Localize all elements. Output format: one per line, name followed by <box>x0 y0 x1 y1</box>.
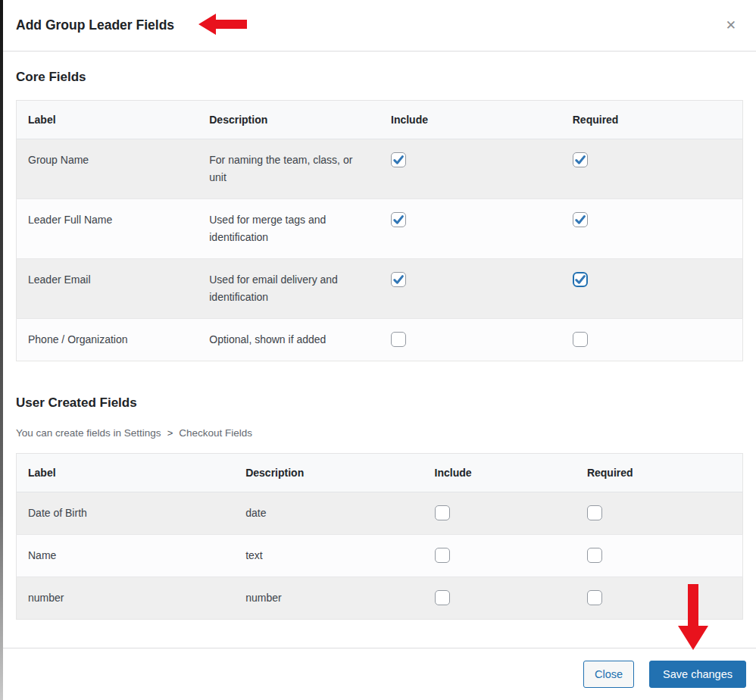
field-description: number <box>234 577 423 620</box>
table-header-row: Label Description Include Required <box>17 101 743 139</box>
modal-body: Core Fields Label Description Include Re… <box>3 52 756 648</box>
required-checkbox[interactable] <box>587 505 602 520</box>
include-checkbox[interactable] <box>435 548 450 563</box>
table-row: Date of Birth date <box>17 492 743 535</box>
field-description: date <box>234 492 423 535</box>
modal-footer: Close Save changes <box>3 648 756 700</box>
required-checkbox[interactable] <box>573 332 588 347</box>
include-checkbox[interactable] <box>391 272 406 287</box>
field-label: Leader Email <box>17 259 198 319</box>
user-created-fields-heading: User Created Fields <box>16 395 743 411</box>
core-fields-heading: Core Fields <box>16 70 743 85</box>
column-header-include: Include <box>380 101 561 139</box>
save-changes-button[interactable]: Save changes <box>649 661 746 688</box>
modal-title: Add Group Leader Fields <box>16 17 174 33</box>
required-checkbox[interactable] <box>573 212 588 227</box>
chevron-right-icon: > <box>167 427 173 439</box>
table-row: number number <box>17 577 743 620</box>
core-fields-table: Label Description Include Required Group… <box>16 100 743 361</box>
table-row: Leader Email Used for email delivery and… <box>17 259 743 319</box>
include-checkbox[interactable] <box>391 212 406 227</box>
field-label: Phone / Organization <box>17 319 198 361</box>
field-description: For naming the team, class, or unit <box>198 139 380 199</box>
field-label: Group Name <box>17 139 198 199</box>
required-checkbox[interactable] <box>573 272 588 287</box>
field-description: Used for email delivery and identificati… <box>198 259 380 319</box>
include-checkbox[interactable] <box>391 332 406 347</box>
user-created-fields-table: Label Description Include Required Date … <box>16 453 743 620</box>
column-header-description: Description <box>198 101 380 139</box>
required-checkbox[interactable] <box>587 590 602 605</box>
table-row: Name text <box>17 535 743 577</box>
include-checkbox[interactable] <box>391 152 406 167</box>
table-row: Group Name For naming the team, class, o… <box>17 139 743 199</box>
required-checkbox[interactable] <box>587 548 602 563</box>
close-button[interactable]: Close <box>583 661 634 688</box>
create-fields-hint: You can create fields in Settings>Checko… <box>16 427 743 439</box>
field-description: Optional, shown if added <box>198 319 380 361</box>
include-checkbox[interactable] <box>435 590 450 605</box>
column-header-required: Required <box>561 101 743 139</box>
column-header-label: Label <box>17 454 235 492</box>
column-header-include: Include <box>423 454 576 492</box>
field-label: number <box>17 577 235 620</box>
close-icon[interactable]: ✕ <box>724 17 738 33</box>
field-label: Name <box>17 535 235 577</box>
save-pointer-arrow-icon <box>678 584 708 653</box>
column-header-required: Required <box>576 454 743 492</box>
modal-header: Add Group Leader Fields ✕ <box>3 0 756 52</box>
include-checkbox[interactable] <box>435 505 450 520</box>
title-pointer-arrow-icon <box>198 13 247 39</box>
field-label: Date of Birth <box>17 492 235 535</box>
field-description: Used for merge tags and identification <box>198 199 380 259</box>
required-checkbox[interactable] <box>573 152 588 167</box>
column-header-label: Label <box>17 101 198 139</box>
table-header-row: Label Description Include Required <box>17 454 743 492</box>
field-description: text <box>234 535 423 577</box>
field-label: Leader Full Name <box>17 199 198 259</box>
table-row: Phone / Organization Optional, shown if … <box>17 319 743 361</box>
add-group-leader-fields-modal: Add Group Leader Fields ✕ Core Fields La… <box>3 0 756 700</box>
table-row: Leader Full Name Used for merge tags and… <box>17 199 743 259</box>
column-header-description: Description <box>234 454 423 492</box>
hint-breadcrumb-target: Checkout Fields <box>179 427 252 439</box>
hint-text: You can create fields in Settings <box>16 427 161 439</box>
